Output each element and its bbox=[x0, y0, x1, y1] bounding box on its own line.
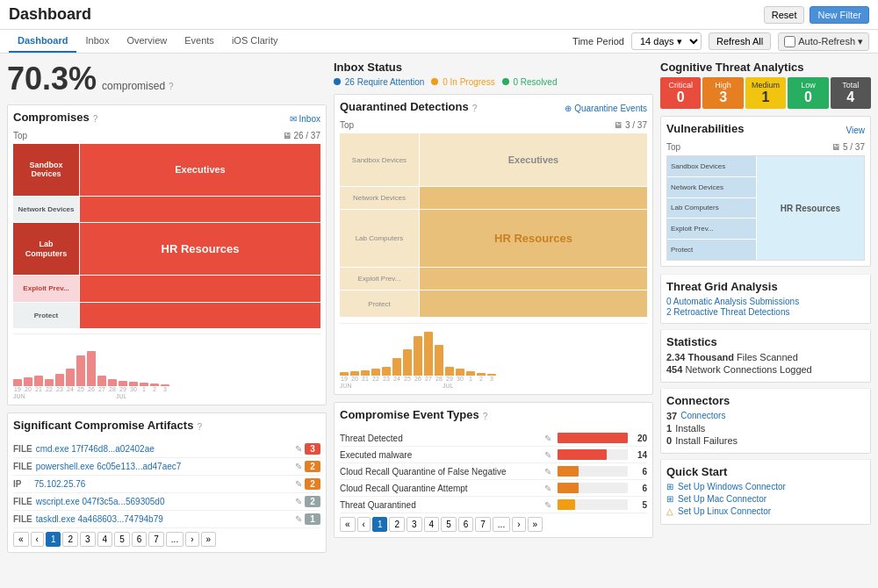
page-5[interactable]: 5 bbox=[114, 532, 130, 547]
events-page-3[interactable]: 3 bbox=[407, 517, 422, 532]
qtm-hr[interactable]: HR Resources bbox=[420, 210, 647, 267]
event-edit-2[interactable]: ✎ bbox=[544, 450, 551, 460]
treemap-hr-top[interactable] bbox=[80, 197, 320, 222]
edit-icon-2[interactable]: ✎ bbox=[295, 462, 302, 471]
artifact-name-1[interactable]: cmd.exe 17f746d8...a02402ae bbox=[36, 444, 289, 454]
page-3[interactable]: 3 bbox=[80, 532, 96, 547]
quarantined-count: 🖥 3 / 37 bbox=[614, 120, 647, 130]
qtm-lab[interactable]: Lab Computers bbox=[340, 210, 419, 267]
qtm-executives[interactable]: Executives bbox=[420, 133, 647, 186]
page-last[interactable]: » bbox=[201, 532, 217, 547]
page-6[interactable]: 6 bbox=[132, 532, 148, 547]
qtm-hr-top[interactable] bbox=[420, 187, 647, 209]
artifact-name-2[interactable]: powershell.exe 6c05e113...ad47aec7 bbox=[36, 462, 289, 471]
retro-detections-link[interactable]: 2 Retroactive Threat Detections bbox=[666, 307, 865, 317]
vuln-network[interactable]: Network Devices bbox=[667, 177, 756, 197]
treemap-sandbox[interactable]: SandboxDevices bbox=[13, 144, 79, 196]
events-page-4[interactable]: 4 bbox=[424, 517, 440, 532]
edit-icon-4[interactable]: ✎ bbox=[295, 497, 302, 506]
cta-high[interactable]: High 3 bbox=[702, 77, 743, 109]
vuln-treemap[interactable]: Sandbox Devices Network Devices Lab Comp… bbox=[666, 155, 865, 261]
cta-total[interactable]: Total 4 bbox=[831, 77, 871, 109]
qtm-hr-bottom[interactable] bbox=[420, 268, 647, 290]
vuln-protect[interactable]: Protect bbox=[667, 240, 756, 260]
tab-overview[interactable]: Overview bbox=[118, 30, 176, 53]
treemap-hr[interactable]: HR Resources bbox=[80, 223, 320, 275]
treemap-hr-bottom[interactable] bbox=[80, 276, 320, 301]
cta-low[interactable]: Low 0 bbox=[788, 77, 828, 109]
artifact-name-4[interactable]: wscript.exe 047f3c5a...569305d0 bbox=[36, 497, 289, 506]
quick-linux[interactable]: △ Set Up Linux Connector bbox=[666, 506, 865, 516]
edit-icon-1[interactable]: ✎ bbox=[295, 444, 302, 454]
reset-button[interactable]: Reset bbox=[764, 6, 805, 24]
qtm-protect[interactable]: Protect bbox=[340, 290, 419, 317]
events-page-6[interactable]: 6 bbox=[458, 517, 474, 532]
quarantine-events-link[interactable]: ⊕ Quarantine Events bbox=[565, 104, 647, 113]
page-first[interactable]: « bbox=[13, 532, 29, 547]
events-page-5[interactable]: 5 bbox=[441, 517, 457, 532]
vuln-sandbox[interactable]: Sandbox Devices bbox=[667, 156, 756, 176]
artifact-name-5[interactable]: taskdl.exe 4a468603...74794b79 bbox=[36, 514, 289, 524]
page-next[interactable]: › bbox=[185, 532, 198, 547]
tab-events[interactable]: Events bbox=[176, 30, 223, 53]
cta-medium[interactable]: Medium 1 bbox=[745, 77, 786, 109]
refresh-all-button[interactable]: Refresh All bbox=[709, 32, 771, 50]
event-edit-1[interactable]: ✎ bbox=[544, 434, 551, 443]
page-4[interactable]: 4 bbox=[97, 532, 113, 547]
cta-critical[interactable]: Critical 0 bbox=[660, 77, 701, 109]
qtm-network[interactable]: Network Devices bbox=[340, 187, 419, 209]
event-edit-3[interactable]: ✎ bbox=[544, 467, 551, 477]
connectors-link[interactable]: Connectors bbox=[680, 411, 725, 421]
event-types-help-icon[interactable]: ? bbox=[483, 412, 488, 421]
quarantined-treemap[interactable]: Sandbox Devices Executives Network Devic… bbox=[340, 133, 647, 318]
events-page-2[interactable]: 2 bbox=[389, 517, 405, 532]
page-7[interactable]: 7 bbox=[148, 532, 164, 547]
artifacts-card: Significant Compromise Artifacts ? FILE … bbox=[7, 412, 327, 553]
treemap-network[interactable]: Network Devices bbox=[13, 197, 79, 222]
treemap-protect[interactable]: Protect bbox=[13, 303, 79, 328]
artifacts-help-icon[interactable]: ? bbox=[197, 422, 202, 432]
page-2[interactable]: 2 bbox=[62, 532, 78, 547]
quarantined-help-icon[interactable]: ? bbox=[472, 104, 478, 113]
new-filter-button[interactable]: New Filter bbox=[810, 6, 869, 24]
qtm-exploit[interactable]: Exploit Prev... bbox=[340, 268, 419, 290]
artifact-name-3[interactable]: 75.102.25.76 bbox=[34, 479, 289, 489]
events-page-first[interactable]: « bbox=[340, 517, 356, 532]
events-page-last[interactable]: » bbox=[528, 517, 543, 532]
vuln-hr[interactable]: HR Resources bbox=[757, 156, 864, 260]
compromises-help-icon[interactable]: ? bbox=[93, 114, 98, 124]
quick-windows[interactable]: ⊞ Set Up Windows Connector bbox=[666, 482, 865, 491]
quick-mac[interactable]: ⊞ Set Up Mac Connector bbox=[666, 494, 865, 504]
help-icon[interactable]: ? bbox=[169, 82, 174, 91]
auto-analysis-link[interactable]: 0 Automatic Analysis Submissions bbox=[666, 297, 865, 306]
edit-icon-3[interactable]: ✎ bbox=[295, 479, 302, 489]
auto-refresh-checkbox[interactable] bbox=[784, 36, 795, 47]
events-page-next[interactable]: › bbox=[512, 517, 525, 532]
edit-icon-5[interactable]: ✎ bbox=[295, 514, 302, 524]
time-period-select[interactable]: 14 days ▾ bbox=[631, 32, 702, 50]
inbox-link[interactable]: ✉ Inbox bbox=[290, 114, 320, 124]
vuln-lab[interactable]: Lab Computers bbox=[667, 198, 756, 219]
events-page-1[interactable]: 1 bbox=[372, 517, 388, 532]
tab-ios-clarity[interactable]: iOS Clarity bbox=[223, 30, 287, 53]
event-edit-5[interactable]: ✎ bbox=[544, 500, 551, 510]
windows-connector-link[interactable]: Set Up Windows Connector bbox=[678, 482, 786, 491]
page-prev[interactable]: ‹ bbox=[31, 532, 44, 547]
linux-connector-link[interactable]: Set Up Linux Connector bbox=[678, 506, 771, 516]
events-page-prev[interactable]: ‹ bbox=[357, 517, 371, 532]
treemap-lab[interactable]: LabComputers bbox=[13, 223, 79, 275]
vuln-view-link[interactable]: View bbox=[846, 125, 866, 135]
vuln-exploit[interactable]: Exploit Prev... bbox=[667, 219, 756, 239]
tab-inbox[interactable]: Inbox bbox=[76, 30, 118, 53]
treemap-exploit[interactable]: Exploit Prev... bbox=[13, 276, 79, 301]
treemap-executives[interactable]: Executives bbox=[80, 144, 320, 196]
compromises-treemap[interactable]: SandboxDevices Executives Network Device… bbox=[13, 144, 320, 328]
tab-dashboard[interactable]: Dashboard bbox=[9, 30, 76, 53]
qtm-sandbox[interactable]: Sandbox Devices bbox=[340, 133, 419, 186]
events-page-7[interactable]: 7 bbox=[475, 517, 491, 532]
mac-connector-link[interactable]: Set Up Mac Connector bbox=[678, 494, 766, 504]
auto-refresh-toggle[interactable]: Auto-Refresh ▾ bbox=[778, 32, 869, 51]
event-edit-4[interactable]: ✎ bbox=[544, 484, 551, 493]
event-row-4: Cloud Recall Quarantine Attempt ✎ 6 bbox=[340, 480, 647, 497]
page-1[interactable]: 1 bbox=[46, 532, 61, 547]
